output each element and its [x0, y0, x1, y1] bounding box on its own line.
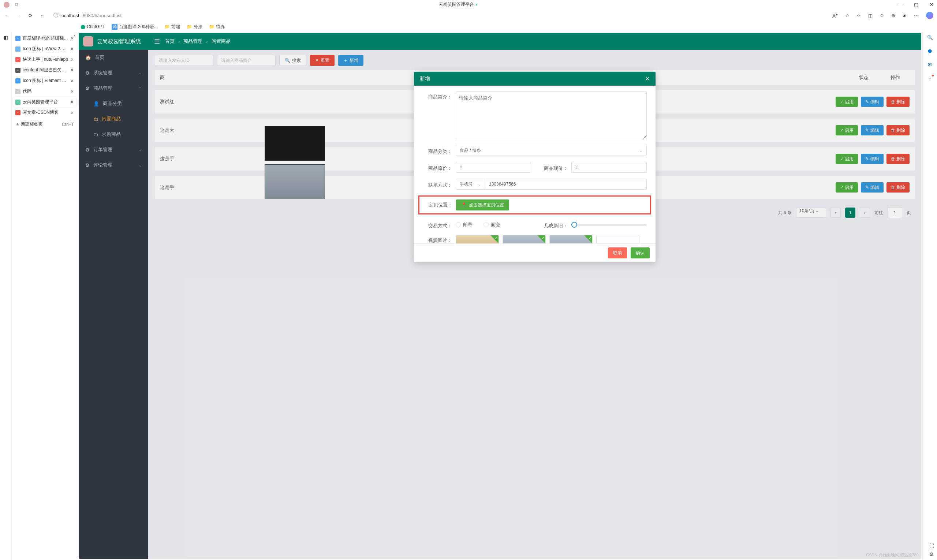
bookmark-folder-plugin[interactable]: 📁外挂 — [187, 24, 202, 30]
close-tab-icon[interactable]: ✕ — [70, 89, 74, 94]
contact-value-input[interactable]: 13036497566 — [485, 178, 647, 189]
profile-icon[interactable] — [4, 2, 9, 8]
folder-icon: 🗀 — [93, 116, 98, 122]
address-bar[interactable]: ⓘ localhost:8080/#/unusedList — [51, 11, 827, 20]
app-main: ☰ 首页› 商品管理› 闲置商品 🔍搜索 ✕重置 ＋新增 商 状态 — [148, 33, 921, 559]
close-tab-icon[interactable]: ✕ — [70, 57, 74, 62]
category-select[interactable]: 食品 / 辣条⌄ — [456, 145, 647, 156]
collections-icon[interactable]: ✩ — [880, 13, 884, 18]
app-sidebar: 云尚校园管理系统 🏠首页 ⚙系统管理⌄ ⚙商品管理⌃ 👤商品分类 🗀闲置商品 🗀… — [79, 33, 148, 559]
refresh-button[interactable]: ⟳ — [27, 12, 34, 18]
more-icon[interactable]: ⋯ — [914, 13, 919, 18]
upload-media-button[interactable] — [596, 235, 639, 243]
new-tab-button[interactable]: ＋ 新建标签页 Ctrl+T — [13, 118, 76, 130]
user-icon: 👤 — [93, 101, 99, 106]
intro-textarea[interactable] — [456, 91, 647, 139]
breadcrumb-item[interactable]: 商品管理 — [183, 38, 202, 45]
bookmark-chatgpt[interactable]: ⬤ChatGPT — [80, 24, 105, 29]
chevron-down-icon: ⌄ — [639, 148, 643, 153]
watermark: CSDN @她似晚风,假温柔789 — [866, 552, 919, 558]
browser-tab[interactable]: •快速上手 | nutui-uniapp✕ — [13, 55, 76, 65]
read-aloud-icon[interactable]: A» — [832, 12, 838, 18]
menu-home[interactable]: 🏠首页 — [79, 50, 148, 65]
confirm-button[interactable]: 确认 — [631, 248, 650, 258]
right-rail: 🔍 ⬢ ✉ ＋ — [922, 32, 937, 560]
chevron-up-icon: ⌃ — [139, 86, 142, 91]
browser-tab[interactable]: •Icon 图标 | Element Plus✕ — [13, 76, 76, 86]
menu-toggle-icon[interactable]: ☰ — [154, 37, 160, 45]
search-icon[interactable]: 🔍 — [927, 35, 933, 40]
menu-order[interactable]: ⚙订单管理⌄ — [79, 142, 148, 157]
bookmark-baidu-translate[interactable]: 译百度翻译-200种语... — [112, 24, 158, 30]
settings-icon[interactable]: ⚙ — [929, 552, 934, 557]
menu-product-want[interactable]: 🗀求购商品 — [79, 127, 148, 142]
copilot-button[interactable] — [926, 12, 933, 19]
browser-tab[interactable]: •iconfont-阿里巴巴矢量图标库✕ — [13, 65, 76, 75]
breadcrumb-item[interactable]: 首页 — [165, 38, 175, 45]
breadcrumb: 首页› 商品管理› 闲置商品 — [165, 38, 231, 45]
forward-button[interactable]: → — [15, 12, 22, 18]
split-icon[interactable]: ◫ — [868, 13, 872, 18]
field-label: 几成新旧： — [539, 220, 568, 229]
gear-icon: ⚙ — [85, 70, 90, 76]
close-tab-icon[interactable]: ✕ — [70, 46, 74, 52]
app-header: ☰ 首页› 商品管理› 闲置商品 — [148, 33, 921, 50]
window-title: 云尚笑园管理平台 — [439, 2, 474, 7]
browser-tab[interactable]: •代码✕ — [13, 86, 76, 96]
media-thumbnail[interactable] — [456, 235, 499, 243]
cancel-button[interactable]: 取消 — [608, 248, 627, 258]
app-frame: 云尚校园管理系统 🏠首页 ⚙系统管理⌄ ⚙商品管理⌃ 👤商品分类 🗀闲置商品 🗀… — [79, 33, 921, 559]
close-tab-icon[interactable]: ✕ — [70, 78, 74, 83]
condition-slider[interactable] — [571, 224, 647, 226]
collapse-tabs-icon[interactable]: ‹ — [74, 32, 75, 38]
window-titlebar: ⧉ 云尚笑园管理平台 ▾ ― ▢ ✕ — [0, 0, 937, 9]
add-modal: 新增 ✕ 商品简介： 商品分类： 食品 / 辣条⌄ — [414, 72, 655, 262]
panel-toggle-icon[interactable]: ◧ — [4, 35, 8, 40]
browser-tab[interactable]: •云尚笑园管理平台✕ — [13, 97, 76, 107]
site-info-icon[interactable]: ⓘ — [54, 12, 58, 18]
screenshot-icon[interactable]: ⛶ — [929, 543, 934, 549]
close-tab-icon[interactable]: ✕ — [70, 100, 74, 105]
close-tab-icon[interactable]: ✕ — [70, 68, 74, 73]
favorite-icon[interactable]: ☆ — [845, 13, 849, 18]
trade-mail-radio[interactable]: 邮寄 — [456, 222, 472, 228]
media-thumbnail[interactable] — [503, 235, 546, 243]
maximize-button[interactable]: ▢ — [914, 2, 919, 7]
modal-close-button[interactable]: ✕ — [645, 76, 650, 82]
chevron-down-icon: ⌄ — [139, 71, 142, 75]
bookmark-folder-todo[interactable]: 📁待办 — [209, 24, 225, 30]
media-thumbnail[interactable] — [549, 235, 592, 243]
close-tab-icon[interactable]: ✕ — [70, 110, 74, 115]
minimize-button[interactable]: ― — [898, 2, 903, 7]
close-window-button[interactable]: ✕ — [929, 2, 933, 7]
close-tab-icon[interactable]: ✕ — [70, 36, 74, 41]
browser-tab[interactable]: •Icon 图标 | uView 2.0 - 全面兼容✕ — [13, 44, 76, 54]
gear-icon: ⚙ — [85, 163, 90, 168]
menu-product-idle[interactable]: 🗀闲置商品 — [79, 111, 148, 127]
select-location-button[interactable]: 📍点击选择宝贝位置 — [456, 200, 509, 211]
office-icon[interactable]: ⬢ — [928, 48, 932, 54]
menu-product[interactable]: ⚙商品管理⌃ — [79, 80, 148, 96]
menu-system[interactable]: ⚙系统管理⌄ — [79, 65, 148, 80]
rewards-icon[interactable]: ❀ — [903, 13, 906, 18]
contact-type-select[interactable]: 手机号⌄ — [456, 178, 485, 189]
extensions-icon[interactable]: ✧ — [857, 13, 861, 18]
orig-price-input[interactable]: ¥ — [456, 162, 531, 173]
menu-comment[interactable]: ⚙评论管理⌄ — [79, 157, 148, 173]
add-rail-icon[interactable]: ＋ — [928, 75, 932, 82]
back-button[interactable]: ← — [4, 12, 10, 18]
browser-tab[interactable]: •写文章-CSDN博客✕ — [13, 108, 76, 117]
curr-price-input[interactable]: ¥ — [571, 162, 647, 173]
chevron-down-icon: ⌄ — [478, 182, 481, 187]
bookmark-folder-frontend[interactable]: 📁前端 — [164, 24, 180, 30]
home-button[interactable]: ⌂ — [39, 12, 45, 18]
apps-icon[interactable]: ⊕ — [891, 13, 895, 18]
trade-face-radio[interactable]: 面交 — [483, 222, 500, 228]
field-label: 交易方式： — [423, 220, 452, 229]
home-icon: 🏠 — [85, 55, 91, 60]
bookmarks-bar: ⬤ChatGPT 译百度翻译-200种语... 📁前端 📁外挂 📁待办 — [0, 22, 937, 32]
copilot-icon[interactable]: ⧉ — [15, 2, 18, 8]
outlook-icon[interactable]: ✉ — [928, 62, 932, 67]
browser-tab[interactable]: •百度翻译-您的超级翻译伙伴✕ — [13, 33, 76, 43]
menu-product-category[interactable]: 👤商品分类 — [79, 96, 148, 111]
